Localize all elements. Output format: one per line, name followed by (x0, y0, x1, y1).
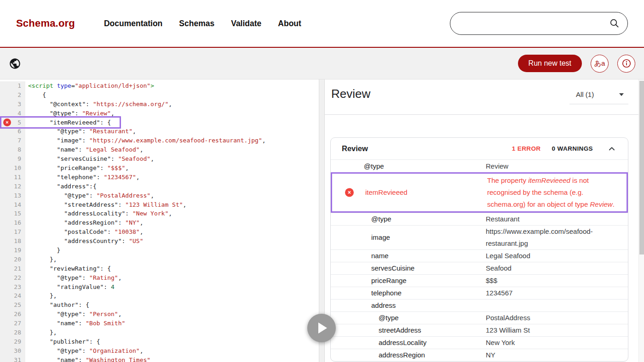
results-header: Review All (1) (325, 79, 638, 104)
code-line-30[interactable]: 30 "@type": "Organization", (0, 346, 319, 356)
entity-card-header[interactable]: Review 1 ERROR 0 WARNINGS (331, 138, 628, 160)
property-name: image (371, 233, 390, 241)
code-line-24[interactable]: 24 }, (0, 291, 319, 300)
result-row[interactable]: @typeReview (331, 160, 628, 172)
result-row[interactable]: address (331, 299, 628, 311)
code-line-5[interactable]: ×5 "itemRevieeed": { (0, 118, 319, 127)
search-button[interactable] (609, 18, 620, 29)
search-input[interactable] (460, 14, 609, 33)
results-divider (325, 114, 638, 115)
code-line-31[interactable]: 31 "name": "Washington Times" (0, 356, 319, 362)
line-number: 22 (0, 273, 25, 283)
line-number: 19 (0, 246, 25, 255)
language-button[interactable]: あa (591, 55, 609, 73)
run-test-play-button[interactable] (307, 314, 336, 342)
chevron-up-icon (607, 144, 617, 154)
code-line-13[interactable]: 13 "@type": "PostalAddress", (0, 191, 319, 200)
code-line-12[interactable]: 12 "address":{ (0, 182, 319, 191)
nav-link-about[interactable]: About (278, 19, 301, 28)
results-filter-dropdown[interactable]: All (1) (569, 90, 628, 104)
search-icon (609, 18, 620, 29)
code-line-1[interactable]: 1<script type="application/ld+json"> (0, 81, 319, 90)
property-name: @type (371, 215, 391, 223)
property-name: address (371, 301, 396, 309)
line-number: 28 (0, 328, 25, 337)
code-line-16[interactable]: 16 "addressRegion": "NY", (0, 218, 319, 227)
property-name: servesCuisine (371, 264, 414, 272)
code-line-7[interactable]: 7 "image": "https://www.example.com/seaf… (0, 136, 319, 145)
code-line-25[interactable]: 25 "author": { (0, 300, 319, 310)
info-button[interactable] (617, 55, 635, 73)
line-number: 1 (0, 81, 25, 90)
nav-link-documentation[interactable]: Documentation (104, 19, 162, 28)
code-line-23[interactable]: 23 "ratingValue": 4 (0, 283, 319, 292)
line-number: 14 (0, 200, 25, 209)
code-line-11[interactable]: 11 "telephone": "1234567", (0, 173, 319, 182)
schema-org-logo[interactable]: Schema.org (16, 17, 75, 29)
info-icon (621, 58, 632, 68)
main-nav: DocumentationSchemasValidateAbout (104, 19, 301, 28)
property-value: $$$ (486, 275, 628, 287)
code-line-22[interactable]: 22 "@type": "Rating", (0, 273, 319, 283)
result-row[interactable]: addressRegionNY (331, 349, 628, 361)
line-number: 26 (0, 310, 25, 319)
code-line-29[interactable]: 29 "publisher": { (0, 337, 319, 346)
code-line-17[interactable]: 17 "postalCode": "10038", (0, 227, 319, 237)
results-pane: Review All (1) Review 1 ERROR 0 WARNINGS (325, 79, 638, 362)
code-line-4[interactable]: 4 "@type": "Review", (0, 109, 319, 118)
error-marker-icon: × (3, 119, 11, 126)
result-row[interactable]: servesCuisineSeafood (331, 262, 628, 274)
code-line-26[interactable]: 26 "@type": "Person", (0, 310, 319, 319)
line-number: 7 (0, 136, 25, 145)
code-line-19[interactable]: 19 } (0, 246, 319, 255)
code-editor[interactable]: 1<script type="application/ld+json">2 {3… (0, 79, 319, 362)
code-line-21[interactable]: 21 "reviewRating": { (0, 264, 319, 273)
code-line-9[interactable]: 9 "servesCuisine": "Seafood", (0, 154, 319, 164)
result-row[interactable]: addressLocalityNew York (331, 336, 628, 349)
property-value: Seafood (486, 262, 628, 274)
result-row[interactable]: telephone1234567 (331, 287, 628, 299)
filter-selected-value: All (1) (576, 90, 594, 98)
scrollbar-thumb[interactable] (639, 81, 644, 255)
nav-link-validate[interactable]: Validate (231, 19, 261, 28)
code-line-2[interactable]: 2 { (0, 90, 319, 100)
code-line-8[interactable]: 8 "name": "Legal Seafood", (0, 145, 319, 154)
error-icon: × (345, 188, 354, 197)
nav-link-schemas[interactable]: Schemas (179, 19, 214, 28)
code-line-18[interactable]: 18 "addressCountry": "US" (0, 237, 319, 246)
line-number: 16 (0, 218, 25, 227)
language-icon: あa (594, 59, 605, 68)
property-name: addressRegion (379, 351, 425, 359)
property-value: PostalAddress (486, 312, 628, 324)
run-new-test-button[interactable]: Run new test (518, 55, 582, 72)
code-line-15[interactable]: 15 "addressLocality": "New York", (0, 209, 319, 218)
collapse-card-button[interactable] (607, 144, 617, 154)
line-number: 9 (0, 154, 25, 164)
line-number: 24 (0, 291, 25, 300)
code-line-6[interactable]: 6 "@type": "Restaurant", (0, 127, 319, 136)
result-row[interactable]: imagehttps://www.example.com/seafood-res… (331, 225, 628, 249)
globe-icon (9, 57, 21, 70)
result-row[interactable]: @typePostalAddress (331, 311, 628, 324)
line-number: 29 (0, 337, 25, 346)
code-line-3[interactable]: 3 "@context": "https://schema.org/", (0, 100, 319, 109)
code-lines: 1<script type="application/ld+json">2 {3… (0, 79, 319, 362)
code-line-14[interactable]: 14 "streetAddress": "123 William St", (0, 200, 319, 209)
code-line-20[interactable]: 20 }, (0, 255, 319, 264)
result-row[interactable]: priceRange$$$ (331, 274, 628, 287)
line-number: 15 (0, 209, 25, 218)
line-number: 21 (0, 264, 25, 273)
result-row[interactable]: @typeRestaurant (331, 213, 628, 225)
result-row-error[interactable]: ×itemRevieeedThe property itemRevieeed i… (331, 172, 628, 213)
code-line-27[interactable]: 27 "name": "Bob Smith" (0, 319, 319, 328)
entity-title: Review (342, 144, 368, 153)
code-line-28[interactable]: 28 }, (0, 328, 319, 337)
search-box[interactable] (450, 12, 628, 35)
code-line-10[interactable]: 10 "priceRange": "$$$", (0, 164, 319, 173)
result-row[interactable]: nameLegal Seafood (331, 249, 628, 262)
line-number: 31 (0, 356, 25, 362)
result-row[interactable]: streetAddress123 William St (331, 324, 628, 336)
results-scrollbar[interactable] (638, 79, 644, 362)
property-value: New York (486, 337, 628, 349)
result-rows: @typeReview×itemRevieeedThe property ite… (331, 160, 628, 361)
